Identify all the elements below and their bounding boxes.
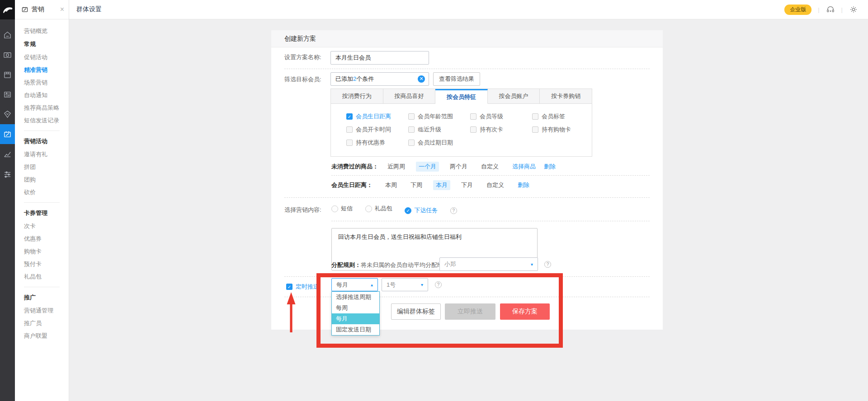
plan-name-input[interactable] — [330, 51, 429, 65]
unconsumed-goods-label: 未消费过的商品： — [331, 163, 378, 171]
menu-item-monthly[interactable]: 每月 — [332, 313, 379, 324]
assignee-select[interactable]: 小郑 ▾ — [439, 257, 538, 271]
sidebar-item-gift-package[interactable]: 礼品包 — [24, 270, 69, 283]
plan-name-label: 设置方案名称: — [284, 53, 321, 61]
checkbox-member-level[interactable]: 会员等级 — [470, 112, 532, 120]
divider — [331, 175, 650, 176]
app-icon-strip — [0, 0, 15, 401]
sidebar-item-merchant-alliance[interactable]: 商户联盟 — [24, 330, 69, 342]
sidebar-item-auto-notifications[interactable]: 自动通知 — [24, 89, 69, 102]
delete-link[interactable]: 删除 — [518, 181, 529, 189]
push-period-value: 每月 — [336, 281, 348, 289]
tab-card-coupon-sales[interactable]: 按卡券购销 — [540, 89, 592, 104]
caret-down-icon: ▾ — [531, 262, 533, 267]
checkbox-icon — [346, 140, 353, 146]
tab-member-account[interactable]: 按会员账户 — [488, 89, 540, 104]
sidebar-module-title: 营销 — [32, 5, 60, 14]
radio-sms[interactable]: 短信 — [331, 205, 353, 213]
option-custom[interactable]: 自定义 — [478, 162, 501, 172]
sidebar-item-shopping-card[interactable]: 购物卡 — [24, 245, 69, 258]
sidebar-item-prepaid-card[interactable]: 预付卡 — [24, 258, 69, 270]
save-plan-button[interactable]: 保存方案 — [500, 303, 550, 320]
sidebar-item-sms-records[interactable]: 短信发送记录 — [24, 114, 69, 127]
filter-conditions-box[interactable]: 已添加2个条件 ✕ — [330, 72, 429, 86]
question-mark-icon[interactable]: ? — [544, 261, 551, 268]
view-filter-results-button[interactable]: 查看筛选结果 — [433, 72, 480, 86]
divider — [284, 276, 650, 277]
menu-item-choose-period[interactable]: 选择推送周期 — [332, 292, 379, 303]
radio-assign-task[interactable]: ✓下达任务 — [405, 206, 438, 214]
marketing-icon[interactable] — [0, 124, 15, 144]
app-logo[interactable] — [0, 0, 15, 19]
push-period-dropdown-menu: 选择推送周期 每周 每月 固定发送日期 — [331, 291, 380, 336]
question-mark-icon[interactable]: ? — [450, 207, 457, 214]
birthday-distance-row: 会员生日距离： 本周 下周 本月 下月 自定义 删除 — [331, 180, 538, 190]
checkbox-member-expiry[interactable]: 会员过期日期 — [408, 139, 470, 146]
birthday-distance-label: 会员生日距离： — [331, 181, 373, 189]
scheduled-push-label: 定时推送 — [296, 283, 319, 291]
select-goods-link[interactable]: 选择商品 — [512, 163, 536, 171]
checkbox-has-shopping-card[interactable]: 持有购物卡 — [532, 126, 594, 133]
enterprise-badge[interactable]: 企业版 — [784, 5, 811, 15]
analytics-icon[interactable] — [0, 144, 15, 164]
settings-sliders-icon[interactable] — [0, 164, 15, 184]
checkbox-member-tag[interactable]: 会员标签 — [532, 112, 594, 120]
sidebar-item-marketing-overview[interactable]: 营销概览 — [24, 25, 69, 37]
money-icon[interactable] — [0, 45, 15, 65]
sidebar-item-marketing-pass[interactable]: 营销通管理 — [24, 304, 69, 317]
menu-item-fixed-date[interactable]: 固定发送日期 — [332, 324, 379, 335]
option-next-month[interactable]: 下月 — [458, 180, 476, 190]
checkbox-birthday-distance[interactable]: ✓会员生日距离 — [346, 112, 408, 120]
question-mark-icon[interactable]: ? — [435, 281, 442, 288]
checkbox-has-coupon[interactable]: 持有优惠券 — [346, 139, 408, 146]
divider: | — [841, 6, 843, 13]
checkbox-near-upgrade[interactable]: 临近升级 — [408, 126, 470, 133]
sidebar-item-punch-card[interactable]: 次卡 — [24, 220, 69, 233]
checkbox-age-range[interactable]: 会员年龄范围 — [408, 112, 470, 120]
sidebar-item-group-purchase[interactable]: 团购 — [24, 173, 69, 186]
option-this-month[interactable]: 本月 — [433, 180, 450, 190]
option-one-month[interactable]: 一个月 — [416, 162, 439, 172]
sidebar-menu: 营销概览 常规 促销活动 精准营销 场景营销 自动通知 推荐商品策略 短信发送记… — [15, 19, 69, 342]
clear-filter-icon[interactable]: ✕ — [418, 75, 425, 83]
menu-item-weekly[interactable]: 每周 — [332, 303, 379, 313]
checkbox-scheduled-push[interactable]: ✓ 定时推送 — [286, 283, 319, 290]
checkbox-card-open-time[interactable]: 会员开卡时间 — [346, 126, 408, 133]
headset-icon[interactable] — [826, 5, 835, 14]
sidebar-item-promoters[interactable]: 推广员 — [24, 317, 69, 330]
radio-gift-package[interactable]: 礼品包 — [365, 205, 392, 213]
page-title[interactable]: 群体设置 — [76, 5, 102, 14]
member-card-icon[interactable] — [0, 84, 15, 104]
close-icon[interactable]: × — [60, 5, 64, 14]
edit-group-tags-button[interactable]: 编辑群体标签 — [391, 303, 441, 320]
orders-icon[interactable] — [0, 65, 15, 84]
sidebar-item-promotion-activities[interactable]: 促销活动 — [24, 51, 69, 64]
sidebar-item-coupons[interactable]: 优惠券 — [24, 233, 69, 245]
sidebar-item-invite-rewards[interactable]: 邀请有礼 — [24, 148, 69, 161]
tab-consumption-behavior[interactable]: 按消费行为 — [331, 89, 383, 104]
option-next-week[interactable]: 下周 — [408, 180, 425, 190]
option-this-week[interactable]: 本周 — [382, 180, 400, 190]
filter-target-label: 筛选目标会员: — [284, 75, 321, 84]
filter-conditions-text: 已添加2个条件 — [335, 75, 418, 83]
checkbox-icon — [532, 113, 538, 120]
sidebar-item-group-buying[interactable]: 拼团 — [24, 161, 69, 173]
home-icon[interactable] — [0, 25, 15, 45]
push-day-select[interactable]: 1号 ▾ — [382, 278, 428, 291]
tab-product-preference[interactable]: 按商品喜好 — [383, 89, 436, 104]
delete-link[interactable]: 删除 — [544, 163, 556, 171]
sidebar-item-bargain[interactable]: 砍价 — [24, 186, 69, 199]
sidebar-item-precision-marketing[interactable]: 精准营销 — [24, 64, 69, 76]
option-custom[interactable]: 自定义 — [484, 180, 507, 190]
tab-member-features[interactable]: 按会员特征 — [435, 89, 488, 104]
push-period-select[interactable]: 每月 ▴ — [331, 278, 378, 291]
sidebar-item-scenario-marketing[interactable]: 场景营销 — [24, 76, 69, 89]
gear-icon[interactable] — [849, 5, 858, 14]
sidebar-item-product-recommendation[interactable]: 推荐商品策略 — [24, 102, 69, 114]
coupon-tag-icon[interactable] — [0, 104, 15, 124]
push-now-button[interactable]: 立即推送 — [445, 303, 495, 320]
option-recent-two-weeks[interactable]: 近两周 — [385, 162, 408, 172]
option-two-months[interactable]: 两个月 — [447, 162, 470, 172]
checkbox-has-punch-card[interactable]: 持有次卡 — [470, 126, 532, 133]
assignee-value: 小郑 — [444, 260, 456, 268]
